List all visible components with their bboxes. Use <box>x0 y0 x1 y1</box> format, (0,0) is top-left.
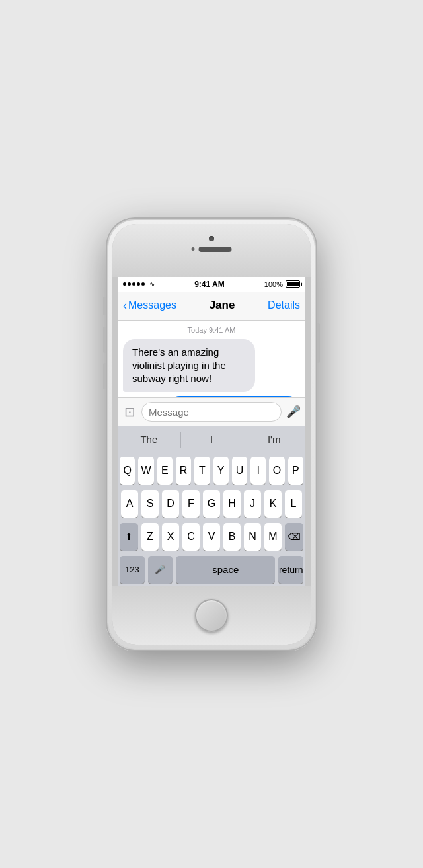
predictive-item-3[interactable]: I'm <box>243 426 305 453</box>
messages-area: Today 9:41 AM There's an amazing violini… <box>118 321 305 397</box>
message-timestamp: Today 9:41 AM <box>123 326 300 334</box>
keyboard-row-2: A S D F G H J K L <box>120 490 303 518</box>
key-f[interactable]: F <box>182 490 200 518</box>
power-button[interactable] <box>317 323 320 363</box>
keyboard-row-1: Q W E R T Y U I O P <box>120 457 303 485</box>
phone-frame: ∿ 9:41 AM 100% ‹ Messages <box>106 217 317 651</box>
status-bar: ∿ 9:41 AM 100% <box>118 277 305 292</box>
predictive-bar: The I I'm <box>118 426 305 453</box>
volume-down-button[interactable] <box>103 363 106 389</box>
signal-strength <box>123 282 145 286</box>
key-q[interactable]: Q <box>120 457 135 485</box>
key-l[interactable]: L <box>285 490 302 518</box>
microphone-button[interactable]: 🎤 <box>286 402 301 422</box>
key-i[interactable]: I <box>250 457 266 485</box>
bottom-bezel <box>112 586 311 645</box>
key-n[interactable]: N <box>244 523 261 551</box>
earpiece-grille <box>199 247 232 252</box>
key-a[interactable]: A <box>121 490 138 518</box>
shift-key[interactable]: ⬆ <box>120 523 138 551</box>
dictation-key[interactable]: 🎤 <box>148 556 173 584</box>
camera-icon: ⊡ <box>124 404 135 420</box>
microphone-icon: 🎤 <box>286 405 301 419</box>
camera-button[interactable]: ⊡ <box>122 402 137 422</box>
wifi-icon: ∿ <box>149 280 155 288</box>
earpiece-area <box>192 247 232 252</box>
key-g[interactable]: G <box>203 490 220 518</box>
key-t[interactable]: T <box>194 457 210 485</box>
key-x[interactable]: X <box>162 523 179 551</box>
back-chevron-icon: ‹ <box>123 299 127 311</box>
key-o[interactable]: O <box>269 457 284 485</box>
input-bar: ⊡ 🎤 <box>118 397 305 426</box>
key-j[interactable]: J <box>244 490 261 518</box>
predictive-item-1[interactable]: The <box>118 426 180 453</box>
key-b[interactable]: B <box>223 523 241 551</box>
home-button[interactable] <box>195 599 228 632</box>
key-c[interactable]: C <box>182 523 200 551</box>
space-key[interactable]: space <box>176 556 275 584</box>
key-p[interactable]: P <box>288 457 303 485</box>
top-bezel <box>112 224 311 277</box>
back-label: Messages <box>128 299 176 311</box>
message-input[interactable] <box>141 402 282 422</box>
conversation-title: Jane <box>210 299 235 312</box>
phone-inner: ∿ 9:41 AM 100% ‹ Messages <box>112 224 311 645</box>
sensor-dot <box>192 247 195 251</box>
incoming-bubble: There's an amazing violinist playing in … <box>123 339 255 393</box>
key-d[interactable]: D <box>162 490 179 518</box>
message-row: There's an amazing violinist playing in … <box>123 339 300 393</box>
key-r[interactable]: R <box>176 457 191 485</box>
status-right: 100% <box>264 280 300 288</box>
key-v[interactable]: V <box>203 523 220 551</box>
back-button[interactable]: ‹ Messages <box>123 299 176 311</box>
battery-icon <box>286 280 300 288</box>
key-s[interactable]: S <box>141 490 159 518</box>
numbers-key[interactable]: 123 <box>120 556 145 584</box>
key-w[interactable]: W <box>138 457 153 485</box>
return-key[interactable]: return <box>278 556 303 584</box>
key-k[interactable]: K <box>264 490 282 518</box>
keyboard: Q W E R T Y U I O P A S D F G <box>118 453 305 586</box>
status-time: 9:41 AM <box>194 280 225 289</box>
key-e[interactable]: E <box>157 457 173 485</box>
status-left: ∿ <box>123 280 155 288</box>
volume-up-button[interactable] <box>103 327 106 353</box>
key-h[interactable]: H <box>223 490 241 518</box>
key-m[interactable]: M <box>264 523 282 551</box>
delete-key[interactable]: ⌫ <box>285 523 303 551</box>
key-u[interactable]: U <box>232 457 247 485</box>
predictive-item-2[interactable]: I <box>180 426 243 453</box>
keyboard-row-4: 123 🎤 space return <box>120 556 303 584</box>
battery-percent: 100% <box>264 280 283 288</box>
keyboard-row-3: ⬆ Z X C V B N M ⌫ <box>120 523 303 551</box>
mute-button[interactable] <box>103 297 106 315</box>
key-y[interactable]: Y <box>213 457 229 485</box>
key-z[interactable]: Z <box>141 523 159 551</box>
nav-bar: ‹ Messages Jane Details <box>118 292 305 321</box>
details-button[interactable]: Details <box>268 299 300 311</box>
front-camera <box>209 236 214 241</box>
screen: ∿ 9:41 AM 100% ‹ Messages <box>118 277 305 586</box>
